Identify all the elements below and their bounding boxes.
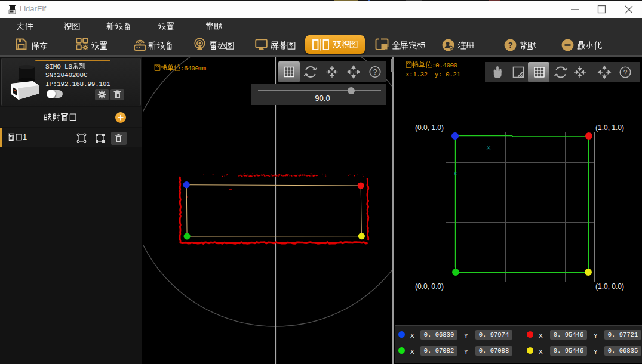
svg-text:?: ?	[623, 69, 628, 77]
svg-text:?: ?	[508, 41, 512, 50]
svg-text:?: ?	[373, 68, 377, 76]
